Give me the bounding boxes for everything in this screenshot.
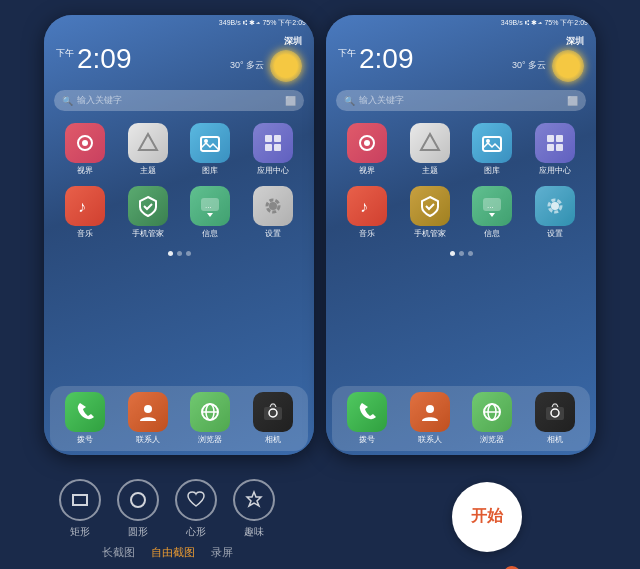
left-dot-3: [186, 251, 191, 256]
right-weather-row: 30° 多云: [512, 48, 584, 82]
svg-point-21: [364, 140, 370, 146]
svg-point-34: [426, 405, 434, 413]
left-dock-contacts[interactable]: 联系人: [122, 392, 174, 445]
left-icon-browser: [190, 392, 230, 432]
left-app-theme[interactable]: 主题: [122, 123, 174, 176]
left-label-contacts: 联系人: [136, 434, 160, 445]
left-icon-contacts: [128, 392, 168, 432]
left-app-vision[interactable]: 视界: [59, 123, 111, 176]
shape-circle-btn[interactable]: [117, 479, 159, 521]
shape-rect[interactable]: 矩形: [59, 479, 101, 539]
left-phone-screen: 349B/s ⑆ ✱ ☁ 75% 下午2:09 下午 2:09 深圳 30° 多…: [44, 15, 314, 455]
left-app-message[interactable]: ... 信息: [184, 186, 236, 239]
shape-fun-label: 趣味: [244, 525, 264, 539]
left-label-message: 信息: [202, 228, 218, 239]
left-time-display: 下午 2:09: [56, 45, 132, 73]
shape-heart[interactable]: 心形: [175, 479, 217, 539]
right-dock: 拨号 联系人 浏览器: [332, 386, 590, 451]
right-dock-dial[interactable]: 拨号: [341, 392, 393, 445]
tab-long-screenshot[interactable]: 长截图: [102, 545, 135, 560]
right-label-manager: 手机管家: [414, 228, 446, 239]
shape-fun[interactable]: 趣味: [233, 479, 275, 539]
right-label-dial: 拨号: [359, 434, 375, 445]
right-phone: 349B/s ⑆ ✱ ☁ 75% 下午2:09 下午 2:09 深圳 30° 多…: [326, 15, 596, 455]
svg-rect-5: [265, 135, 272, 142]
right-apps-grid: 视界 主题 图库: [326, 115, 596, 382]
right-search-bar[interactable]: 🔍 输入关键字 ⬜: [336, 90, 586, 111]
right-app-appstore[interactable]: 应用中心: [529, 123, 581, 176]
right-app-settings[interactable]: 设置: [529, 186, 581, 239]
left-app-appstore[interactable]: 应用中心: [247, 123, 299, 176]
right-app-gallery[interactable]: 图库: [466, 123, 518, 176]
right-label-appstore: 应用中心: [539, 165, 571, 176]
left-app-gallery[interactable]: 图库: [184, 123, 236, 176]
right-dot-3: [468, 251, 473, 256]
left-dock-browser[interactable]: 浏览器: [184, 392, 236, 445]
tab-free-screenshot[interactable]: 自由截图: [151, 545, 195, 560]
left-app-music[interactable]: ♪ 音乐: [59, 186, 111, 239]
right-label-vision: 视界: [359, 165, 375, 176]
bottom-panels: 矩形 圆形 心形: [0, 469, 640, 564]
tab-record[interactable]: 录屏: [211, 545, 233, 560]
svg-rect-3: [201, 137, 219, 151]
branding-row: ▶ 头条号 / 猫眼看数码: [0, 564, 640, 569]
svg-rect-23: [483, 137, 501, 151]
right-icon-manager: [410, 186, 450, 226]
right-icon-browser: [472, 392, 512, 432]
left-dock-camera[interactable]: 相机: [247, 392, 299, 445]
right-app-manager[interactable]: 手机管家: [404, 186, 456, 239]
left-icon-dial: [65, 392, 105, 432]
svg-point-32: [551, 202, 559, 210]
right-label-browser: 浏览器: [480, 434, 504, 445]
svg-point-12: [269, 202, 277, 210]
right-app-music[interactable]: ♪ 音乐: [341, 186, 393, 239]
right-dock-contacts[interactable]: 联系人: [404, 392, 456, 445]
right-dock-camera[interactable]: 相机: [529, 392, 581, 445]
right-time-value: 2:09: [359, 45, 414, 73]
shape-heart-btn[interactable]: [175, 479, 217, 521]
left-weather-temp: 30° 多云: [230, 59, 264, 72]
svg-rect-26: [556, 135, 563, 142]
left-time-main: 下午 2:09: [56, 45, 132, 73]
start-button[interactable]: 开始: [452, 482, 522, 552]
left-icon-gallery: [190, 123, 230, 163]
left-label-camera: 相机: [265, 434, 281, 445]
right-dot-2: [459, 251, 464, 256]
left-weather-right: 深圳 30° 多云: [230, 35, 302, 82]
shape-rect-btn[interactable]: [59, 479, 101, 521]
svg-text:♪: ♪: [78, 198, 86, 215]
left-app-settings[interactable]: 设置: [247, 186, 299, 239]
svg-text:...: ...: [205, 201, 212, 210]
right-icon-vision: [347, 123, 387, 163]
right-time-period: 下午: [338, 49, 356, 58]
right-app-vision[interactable]: 视界: [341, 123, 393, 176]
left-apps-row-2: ♪ 音乐 手机管家 ...: [54, 186, 304, 239]
phones-row: 349B/s ⑆ ✱ ☁ 75% 下午2:09 下午 2:09 深圳 30° 多…: [0, 0, 640, 469]
shape-circle-label: 圆形: [128, 525, 148, 539]
left-dock-dial[interactable]: 拨号: [59, 392, 111, 445]
right-app-theme[interactable]: 主题: [404, 123, 456, 176]
right-sun-icon: [552, 50, 584, 82]
svg-marker-22: [421, 134, 439, 150]
right-apps-row-2: ♪ 音乐 手机管家 ...: [336, 186, 586, 239]
right-dock-browser[interactable]: 浏览器: [466, 392, 518, 445]
right-apps-row-1: 视界 主题 图库: [336, 123, 586, 176]
svg-rect-6: [274, 135, 281, 142]
left-search-bar[interactable]: 🔍 输入关键字 ⬜: [54, 90, 304, 111]
left-app-manager[interactable]: 手机管家: [122, 186, 174, 239]
shape-circle[interactable]: 圆形: [117, 479, 159, 539]
left-dot-2: [177, 251, 182, 256]
shape-fun-btn[interactable]: [233, 479, 275, 521]
right-label-message: 信息: [484, 228, 500, 239]
bottom-section: 矩形 圆形 心形: [0, 469, 640, 569]
right-app-message[interactable]: ... 信息: [466, 186, 518, 239]
svg-rect-40: [73, 495, 87, 505]
left-label-browser: 浏览器: [198, 434, 222, 445]
right-weather-widget: 下午 2:09 深圳 30° 多云: [326, 31, 596, 86]
right-search-placeholder: 输入关键字: [359, 94, 563, 107]
right-icon-theme: [410, 123, 450, 163]
left-dot-1: [168, 251, 173, 256]
svg-marker-2: [139, 134, 157, 150]
svg-rect-7: [265, 144, 272, 151]
right-label-contacts: 联系人: [418, 434, 442, 445]
